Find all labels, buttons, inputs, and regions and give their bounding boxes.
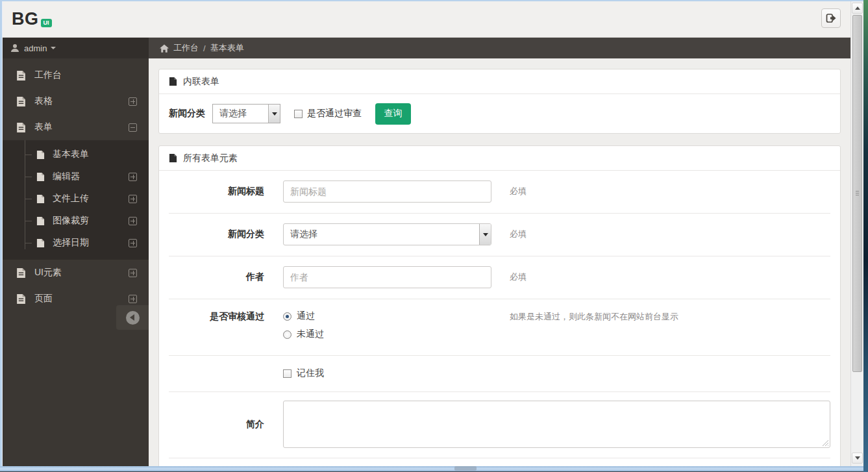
inline-form-body: 新闻分类 请选择 是否通过审查 查询 <box>159 94 840 133</box>
logout-button[interactable] <box>821 8 841 28</box>
divider <box>169 458 830 458</box>
expand-plus-icon[interactable] <box>129 217 137 225</box>
sidebar-subitem-basic-form[interactable]: 基本表单 <box>3 143 149 166</box>
file-icon <box>169 153 177 163</box>
file-icon <box>16 293 26 304</box>
author-label: 作者 <box>159 271 283 283</box>
sidebar-subitem-file-upload[interactable]: 文件上传 <box>3 188 149 210</box>
sidebar-subitem-date-picker[interactable]: 选择日期 <box>3 232 149 254</box>
expand-plus-icon[interactable] <box>129 195 137 203</box>
radio-selected[interactable] <box>283 312 291 321</box>
triangle-up-icon <box>855 6 860 10</box>
vertical-scrollbar[interactable] <box>850 1 863 466</box>
resize-grip-icon[interactable] <box>823 440 828 446</box>
chevron-down-icon <box>483 233 488 236</box>
form-row-news-category: 新闻分类 请选择 必填 <box>159 214 840 256</box>
expand-plus-icon[interactable] <box>129 295 137 303</box>
logo-ui-badge: UI <box>41 19 52 27</box>
news-category-label: 新闻分类 <box>169 108 205 119</box>
file-icon <box>16 96 26 107</box>
arrow-circle-left-icon <box>126 311 140 325</box>
sidebar-subitem-editor[interactable]: 编辑器 <box>3 166 149 188</box>
required-hint: 必填 <box>510 271 527 283</box>
form-row-review-status: 是否审核通过 通过 未通过 如果是未通过，则此条新闻不在网站前台显示 <box>159 299 840 355</box>
news-title-input[interactable] <box>283 180 491 203</box>
sidebar-item-tables[interactable]: 表格 <box>3 88 149 114</box>
required-hint: 必填 <box>510 186 527 197</box>
breadcrumb: 工作台 / 基本表单 <box>149 38 850 58</box>
scroll-down-button[interactable] <box>852 453 863 464</box>
form-row-author: 作者 必填 <box>159 256 840 299</box>
intro-label: 简介 <box>159 419 283 430</box>
form-row-news-title: 新闻标题 必填 <box>159 171 840 213</box>
sidebar: admin 工作台 表格 <box>3 38 149 466</box>
breadcrumb-current: 基本表单 <box>210 42 244 54</box>
select-value: 请选择 <box>213 105 268 123</box>
scrollbar-thumb[interactable] <box>852 15 862 372</box>
top-header-bar: BG UI <box>3 1 851 38</box>
panel-title: 所有表单元素 <box>183 153 238 164</box>
intro-textarea[interactable] <box>283 401 830 448</box>
frame-artifact <box>454 466 477 471</box>
file-icon <box>16 122 26 133</box>
file-icon <box>169 77 177 86</box>
dropdown-arrow-button[interactable] <box>479 224 491 245</box>
file-icon <box>36 194 45 204</box>
breadcrumb-home[interactable]: 工作台 <box>173 42 199 54</box>
sidebar-subitem-image-crop[interactable]: 图像裁剪 <box>3 210 149 232</box>
main-content: 工作台 / 基本表单 内联表单 新闻分类 请选择 <box>149 38 850 466</box>
file-icon <box>16 70 26 81</box>
review-status-label: 是否审核通过 <box>159 310 283 323</box>
query-button[interactable]: 查询 <box>375 103 411 125</box>
radio-option-fail[interactable]: 未通过 <box>283 328 491 341</box>
sidebar-collapse-button[interactable] <box>116 305 149 330</box>
all-form-elements-panel: 所有表单元素 新闻标题 必填 新闻分类 请选择 必填 <box>158 145 841 466</box>
file-icon <box>36 238 45 248</box>
select-value: 请选择 <box>284 224 479 245</box>
review-note: 如果是未通过，则此条新闻不在网站前台显示 <box>510 310 678 323</box>
sidebar-item-workbench[interactable]: 工作台 <box>3 62 149 88</box>
panel-header: 内联表单 <box>159 69 840 94</box>
dropdown-arrow-button[interactable] <box>268 105 280 123</box>
user-menu[interactable]: admin <box>3 38 149 58</box>
file-icon <box>36 150 45 160</box>
news-category-filter-select[interactable]: 请选择 <box>212 104 280 123</box>
radio-option-pass[interactable]: 通过 <box>283 310 491 323</box>
form-row-intro: 简介 <box>159 392 840 458</box>
expand-plus-icon[interactable] <box>129 97 137 106</box>
expand-plus-icon[interactable] <box>129 239 137 247</box>
thumb-grip-icon <box>856 191 859 196</box>
checkbox[interactable] <box>294 110 303 118</box>
news-category-select[interactable]: 请选择 <box>283 223 491 245</box>
browser-viewport: BG UI admin 工作台 <box>2 1 863 466</box>
sidebar-item-ui-elements[interactable]: UI元素 <box>3 260 149 286</box>
form-row-remember-me: 记住我 <box>159 356 840 391</box>
radio-unselected[interactable] <box>283 330 291 339</box>
file-icon <box>36 172 45 182</box>
window-bottom-frame <box>0 466 863 472</box>
home-icon <box>160 44 169 53</box>
panel-title: 内联表单 <box>183 76 219 88</box>
sidebar-nav: 工作台 表格 表单 <box>3 58 149 312</box>
triangle-down-icon <box>855 456 860 460</box>
sidebar-item-forms[interactable]: 表单 <box>3 114 149 140</box>
caret-down-icon <box>51 47 56 49</box>
inline-form-panel: 内联表单 新闻分类 请选择 是否通过审查 查询 <box>158 69 841 134</box>
checkbox[interactable] <box>283 369 291 378</box>
review-radio-group: 通过 未通过 <box>283 310 491 341</box>
app-logo: BG UI <box>12 9 52 29</box>
remember-me-checkbox-group[interactable]: 记住我 <box>283 367 324 379</box>
expand-plus-icon[interactable] <box>129 269 137 277</box>
expand-plus-icon[interactable] <box>129 173 137 181</box>
author-input[interactable] <box>283 266 491 288</box>
news-title-label: 新闻标题 <box>159 186 283 197</box>
user-icon <box>10 43 19 53</box>
review-filter-checkbox-group[interactable]: 是否通过审查 <box>294 108 362 119</box>
panel-header: 所有表单元素 <box>159 146 840 171</box>
file-icon <box>36 216 45 226</box>
collapse-minus-icon[interactable] <box>129 123 137 132</box>
scroll-up-button[interactable] <box>852 3 863 14</box>
content-body: 内联表单 新闻分类 请选择 是否通过审查 查询 <box>149 58 850 466</box>
checkbox-label: 是否通过审查 <box>307 108 362 119</box>
chevron-down-icon <box>272 112 277 116</box>
